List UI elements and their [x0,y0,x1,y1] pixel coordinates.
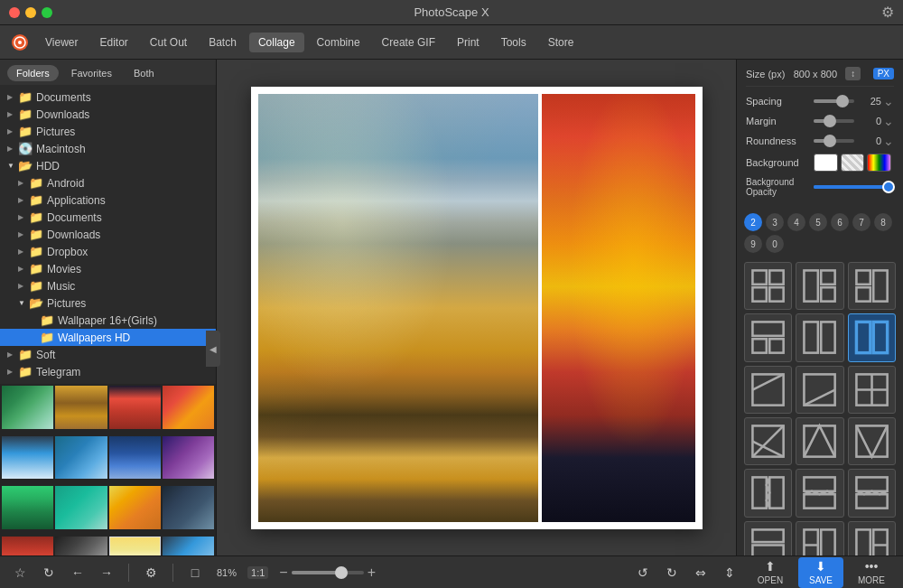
bg-opacity-slider[interactable] [814,185,889,189]
spacing-slider[interactable] [814,99,854,103]
nav-editor[interactable]: Editor [90,33,136,52]
canvas-toggle-button[interactable]: □ [184,562,206,583]
thumbnail-item[interactable] [2,386,53,429]
layout-option-17[interactable] [796,521,843,555]
size-edit-button[interactable]: ↕ [845,67,861,80]
layout-option-16[interactable] [744,521,792,555]
circle-3[interactable]: 3 [766,213,784,231]
layout-option-1[interactable] [744,262,792,310]
file-tree-scroll[interactable]: ▶ 📁 Documents ▶ 📁 Downloads ▶ 📁 Pictures [0,85,216,555]
thumbnail-item[interactable] [55,537,107,555]
thumbnail-item[interactable] [2,537,53,555]
tree-item-android[interactable]: ▶ 📁 Android [0,174,216,191]
thumbnail-item[interactable] [109,436,161,480]
tree-item-applications[interactable]: ▶ 📁 Applications [0,191,216,209]
nav-cutout[interactable]: Cut Out [141,33,196,52]
circle-6[interactable]: 6 [831,213,849,231]
thumbnail-item[interactable] [163,386,214,429]
layout-option-18[interactable] [848,521,896,555]
color-swatch-gradient[interactable] [867,154,891,172]
zoom-slider[interactable] [292,571,364,574]
nav-combine[interactable]: Combine [308,33,369,52]
layout-option-3[interactable] [848,262,896,310]
tree-item-documents-root[interactable]: ▶ 📁 Documents [0,89,216,106]
layout-option-7[interactable] [744,366,792,414]
roundness-slider[interactable] [814,139,854,143]
rotate-left-button[interactable]: ↺ [632,562,654,583]
layout-option-4[interactable] [744,313,792,361]
spacing-increment[interactable]: ⌄ [883,94,894,108]
thumbnail-item[interactable] [109,386,161,429]
star-button[interactable]: ☆ [9,562,31,583]
color-swatch-white[interactable] [814,154,838,172]
thumbnail-item[interactable] [109,486,161,529]
rotate-right-button[interactable]: ↻ [661,562,683,583]
circle-2[interactable]: 2 [744,213,762,231]
nav-batch[interactable]: Batch [200,33,246,52]
tree-item-telegram[interactable]: ▶ 📁 Telegram [0,363,216,380]
tree-item-wallpaper-girls[interactable]: 📁 Wallpaper 16+(Girls) [0,312,216,329]
thumbnail-item[interactable] [55,386,107,429]
flip-horizontal-button[interactable]: ⇔ [690,562,712,583]
thumbnail-item[interactable] [2,486,53,529]
nav-creategif[interactable]: Create GIF [373,33,444,52]
layout-option-6[interactable] [848,313,896,361]
roundness-increment[interactable]: ⌄ [883,134,894,148]
thumbnail-item[interactable] [109,537,161,555]
tree-item-music[interactable]: ▶ 📁 Music [0,277,216,294]
layout-option-9[interactable] [848,366,896,414]
layout-option-14[interactable] [796,469,843,517]
circle-8[interactable]: 8 [874,213,892,231]
save-button[interactable]: ⬇ SAVE [798,557,843,588]
open-button[interactable]: ⬆ OPEN [748,557,793,588]
gear-icon[interactable]: ⚙ [881,4,894,21]
nav-tools[interactable]: Tools [492,33,535,52]
layout-option-10[interactable] [744,417,792,465]
tree-item-wallpapers-hd[interactable]: 📁 Wallpapers HD [0,329,216,346]
color-swatch-pattern[interactable] [841,154,865,172]
circle-0[interactable]: 0 [766,235,784,253]
flip-vertical-button[interactable]: ⇕ [719,562,740,583]
tab-favorites[interactable]: Favorites [62,65,121,81]
nav-print[interactable]: Print [448,33,489,52]
tree-item-macintosh[interactable]: ▶ 💽 Macintosh [0,140,216,157]
layout-option-8[interactable] [796,366,843,414]
tree-item-soft[interactable]: ▶ 📁 Soft [0,346,216,363]
nav-viewer[interactable]: Viewer [36,33,87,52]
nav-collage[interactable]: Collage [249,33,304,52]
tab-folders[interactable]: Folders [7,65,59,81]
zoom-1to1[interactable]: 1:1 [247,566,268,579]
minimize-button[interactable] [25,7,36,18]
tree-item-pictures-root[interactable]: ▶ 📁 Pictures [0,123,216,140]
settings-button[interactable]: ⚙ [140,562,162,583]
tree-item-pictures-hdd[interactable]: ▼ 📂 Pictures [0,294,216,312]
thumbnail-item[interactable] [163,436,214,480]
circle-4[interactable]: 4 [787,213,805,231]
thumbnail-item[interactable] [55,436,107,480]
layout-option-13[interactable] [744,469,792,517]
tree-item-movies[interactable]: ▶ 📁 Movies [0,260,216,277]
thumbnail-item[interactable] [2,436,53,480]
nav-store[interactable]: Store [539,33,583,52]
margin-increment[interactable]: ⌄ [883,114,894,128]
layout-option-15[interactable] [848,469,896,517]
collapse-panel-button[interactable]: ◀ [206,331,220,367]
close-button[interactable] [9,7,20,18]
tree-item-downloads-root[interactable]: ▶ 📁 Downloads [0,106,216,123]
tree-item-dropbox[interactable]: ▶ 📁 Dropbox [0,243,216,260]
thumbnail-item[interactable] [55,486,107,529]
tab-both[interactable]: Both [125,65,163,81]
layout-option-12[interactable] [848,417,896,465]
layout-option-11[interactable] [796,417,843,465]
thumbnail-item[interactable] [163,486,214,529]
back-button[interactable]: ← [67,562,88,583]
refresh-button[interactable]: ↻ [38,562,60,583]
photo-slot-right[interactable] [542,94,695,522]
tree-item-downloads-hdd[interactable]: ▶ 📁 Downloads [0,226,216,243]
maximize-button[interactable] [42,7,52,18]
thumbnail-item[interactable] [163,537,214,555]
circle-7[interactable]: 7 [852,213,870,231]
zoom-plus-icon[interactable]: + [368,565,376,581]
circle-5[interactable]: 5 [809,213,827,231]
zoom-minus-icon[interactable]: − [279,565,287,581]
